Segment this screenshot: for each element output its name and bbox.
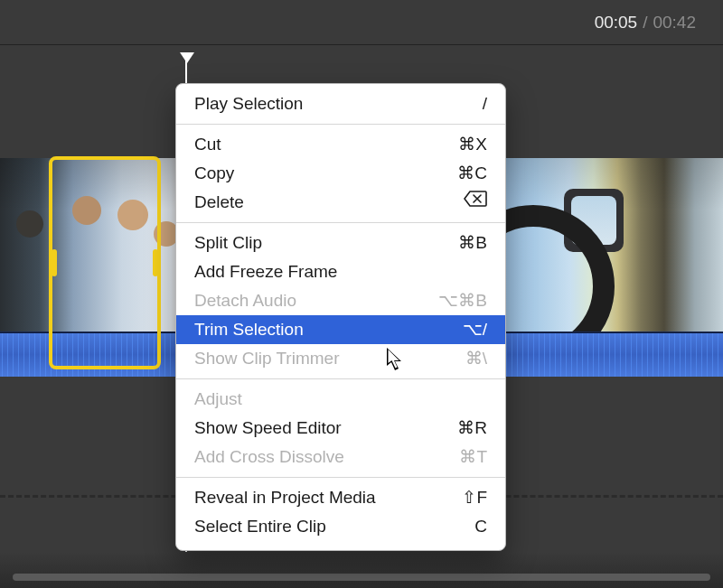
menu-item-reveal-in-project-media[interactable]: Reveal in Project Media⇧F xyxy=(176,483,505,512)
menu-item-shortcut: ⇧F xyxy=(462,486,487,509)
menu-separator xyxy=(176,378,505,379)
menu-item-shortcut: ⌘X xyxy=(458,133,487,156)
menu-item-cut[interactable]: Cut⌘X xyxy=(176,130,505,159)
menu-separator xyxy=(176,477,505,478)
time-total: 00:42 xyxy=(653,13,696,33)
menu-item-shortcut: ⌘B xyxy=(458,231,487,255)
menu-item-label: Trim Selection xyxy=(194,318,463,341)
selection-right-handle[interactable] xyxy=(153,249,158,276)
clip-selection[interactable] xyxy=(49,156,161,369)
menu-item-shortcut: ⌘\ xyxy=(465,347,487,370)
menu-item-label: Play Selection xyxy=(194,92,483,116)
time-separator: / xyxy=(643,13,647,33)
menu-item-label: Show Clip Trimmer xyxy=(194,347,465,370)
menu-item-label: Copy xyxy=(194,162,457,185)
menu-item-label: Add Cross Dissolve xyxy=(194,445,459,469)
menu-item-label: Adjust xyxy=(194,387,487,411)
menu-separator xyxy=(176,124,505,125)
menu-item-copy[interactable]: Copy⌘C xyxy=(176,159,505,188)
menu-item-label: Detach Audio xyxy=(194,289,438,313)
bottom-bar xyxy=(0,552,723,588)
menu-item-add-cross-dissolve: Add Cross Dissolve⌘T xyxy=(176,443,505,471)
menu-item-add-freeze-frame[interactable]: Add Freeze Frame xyxy=(176,257,505,286)
menu-item-shortcut: ⌘T xyxy=(459,445,487,469)
menu-item-shortcut: ⌥⌘B xyxy=(438,289,487,313)
menu-item-trim-selection[interactable]: Trim Selection⌥/ xyxy=(176,315,505,344)
horizontal-scrollbar[interactable] xyxy=(13,574,710,581)
menu-item-split-clip[interactable]: Split Clip⌘B xyxy=(176,229,505,257)
timeline-ruler[interactable] xyxy=(0,45,723,78)
menu-item-shortcut: ⌥/ xyxy=(463,318,487,341)
context-menu[interactable]: Play Selection/Cut⌘XCopy⌘CDeleteSplit Cl… xyxy=(175,83,506,551)
menu-item-show-speed-editor[interactable]: Show Speed Editor⌘R xyxy=(176,414,505,443)
playhead-handle-icon[interactable] xyxy=(180,52,194,63)
menu-item-play-selection[interactable]: Play Selection/ xyxy=(176,89,505,118)
selection-left-handle[interactable] xyxy=(52,249,57,276)
menu-item-label: Show Speed Editor xyxy=(194,416,457,440)
menu-item-label: Split Clip xyxy=(194,231,458,255)
menu-separator xyxy=(176,222,505,223)
time-display: 00:05 / 00:42 xyxy=(0,0,723,45)
menu-item-select-entire-clip[interactable]: Select Entire ClipC xyxy=(176,512,505,541)
clip-2[interactable] xyxy=(488,158,723,331)
menu-item-show-clip-trimmer: Show Clip Trimmer⌘\ xyxy=(176,344,505,373)
menu-item-adjust: Adjust xyxy=(176,385,505,414)
menu-item-shortcut: / xyxy=(483,92,487,116)
delete-key-icon xyxy=(464,191,487,214)
time-current: 00:05 xyxy=(595,13,638,33)
menu-item-label: Cut xyxy=(194,133,458,156)
menu-item-shortcut: ⌘R xyxy=(457,416,487,440)
menu-item-label: Select Entire Clip xyxy=(194,515,474,538)
menu-item-shortcut: C xyxy=(474,515,487,538)
menu-item-label: Delete xyxy=(194,191,464,214)
menu-item-shortcut: ⌘C xyxy=(457,162,487,185)
menu-item-label: Reveal in Project Media xyxy=(194,486,462,509)
menu-item-label: Add Freeze Frame xyxy=(194,260,487,284)
menu-item-delete[interactable]: Delete xyxy=(176,188,505,217)
menu-item-detach-audio: Detach Audio⌥⌘B xyxy=(176,286,505,315)
